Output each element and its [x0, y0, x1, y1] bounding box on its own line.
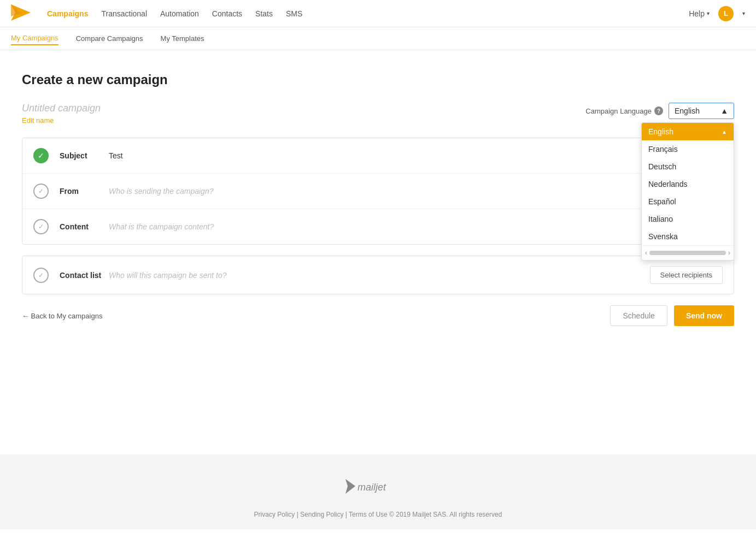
content-placeholder[interactable]: What is the campaign content?	[109, 222, 713, 231]
campaign-name-row: Untitled campaign Edit name Campaign Lan…	[22, 103, 734, 125]
send-now-button[interactable]: Send now	[674, 305, 734, 326]
sub-nav-compare-campaigns[interactable]: Compare Campaigns	[76, 32, 143, 45]
campaign-details-card: ✓ Subject Test ✓ From Who is sending the…	[22, 138, 734, 245]
sub-nav-my-campaigns[interactable]: My Campaigns	[11, 32, 58, 45]
svg-marker-2	[345, 479, 355, 494]
privacy-policy-link[interactable]: Privacy Policy	[254, 511, 295, 518]
content-check-icon: ✓	[33, 219, 51, 234]
bottom-actions: ← Back to My campaigns Schedule Send now	[22, 305, 734, 326]
content-label: Content	[60, 222, 109, 231]
from-check-icon: ✓	[33, 184, 51, 199]
scroll-right-icon[interactable]: ›	[728, 249, 730, 257]
lang-option-nederlands[interactable]: Nederlands	[642, 175, 734, 193]
scroll-left-icon[interactable]: ‹	[645, 249, 647, 257]
footer-links: Privacy Policy | Sending Policy | Terms …	[11, 511, 745, 518]
sub-navigation: My Campaigns Compare Campaigns My Templa…	[0, 27, 756, 50]
from-placeholder[interactable]: Who is sending the campaign?	[109, 187, 718, 196]
language-dropdown-container: English ▲ English ▲ Français Deutsch Ned…	[669, 103, 734, 119]
page-footer: mailjet Privacy Policy | Sending Policy …	[0, 454, 756, 529]
top-navigation: Campaigns Transactional Automation Conta…	[0, 0, 756, 27]
language-select-button[interactable]: English ▲	[669, 103, 734, 119]
scrollbar-thumb	[649, 251, 726, 255]
help-caret-icon: ▾	[707, 10, 710, 16]
lang-option-svenska[interactable]: Svenska	[642, 228, 734, 245]
nav-transactional[interactable]: Transactional	[101, 7, 147, 20]
nav-sms[interactable]: SMS	[286, 7, 302, 20]
action-buttons: Schedule Send now	[610, 305, 734, 326]
dropdown-caret-icon: ▲	[722, 129, 727, 135]
subject-check-icon: ✓	[33, 148, 51, 163]
schedule-button[interactable]: Schedule	[610, 305, 667, 326]
nav-stats[interactable]: Stats	[255, 7, 273, 20]
sub-nav-my-templates[interactable]: My Templates	[161, 32, 204, 45]
logo[interactable]	[11, 4, 31, 22]
campaign-name-left: Untitled campaign Edit name	[22, 103, 101, 125]
select-recipients-button[interactable]: Select recipients	[650, 266, 723, 284]
nav-links: Campaigns Transactional Automation Conta…	[47, 7, 689, 20]
svg-text:mailjet: mailjet	[358, 482, 386, 493]
language-dropdown: English ▲ Français Deutsch Nederlands Es…	[641, 122, 734, 261]
lang-option-italiano[interactable]: Italiano	[642, 210, 734, 228]
user-caret-icon[interactable]: ▾	[742, 10, 745, 16]
content-row: ✓ Content What is the campaign content? …	[22, 209, 734, 244]
from-label: From	[60, 187, 109, 196]
contact-row: ✓ Contact list Who will this campaign be…	[22, 256, 734, 294]
page-title: Create a new campaign	[22, 72, 734, 87]
subject-row: ✓ Subject Test	[22, 138, 734, 174]
campaign-name-placeholder: Untitled campaign	[22, 103, 101, 114]
campaign-language-section: Campaign Language ? English ▲ English ▲ …	[585, 103, 734, 119]
language-info-icon[interactable]: ?	[654, 107, 663, 115]
lang-option-deutsch[interactable]: Deutsch	[642, 158, 734, 175]
language-dropdown-header: English ▲	[642, 123, 734, 140]
help-button[interactable]: Help ▾	[689, 9, 710, 18]
language-list: Français Deutsch Nederlands Español Ital…	[642, 140, 734, 245]
nav-right: Help ▾ L ▾	[689, 6, 745, 21]
contact-list-placeholder: Who will this campaign be sent to?	[109, 271, 650, 280]
main-content: Create a new campaign Untitled campaign …	[0, 50, 756, 433]
contact-list-label: Contact list	[60, 271, 109, 280]
caret-up-icon: ▲	[720, 107, 728, 115]
subject-value[interactable]: Test	[109, 151, 123, 160]
user-avatar[interactable]: L	[718, 6, 734, 21]
nav-automation[interactable]: Automation	[160, 7, 199, 20]
terms-of-use-link[interactable]: Terms of Use	[349, 511, 388, 518]
sending-policy-link[interactable]: Sending Policy	[300, 511, 343, 518]
footer-logo: mailjet	[11, 476, 745, 500]
subject-label: Subject	[60, 151, 109, 160]
copyright-text: © 2019 Mailjet SAS. All rights reserved	[389, 511, 502, 518]
edit-name-link[interactable]: Edit name	[22, 116, 101, 125]
lang-option-espanol[interactable]: Español	[642, 193, 734, 210]
nav-campaigns[interactable]: Campaigns	[47, 7, 88, 20]
contact-check-icon: ✓	[33, 268, 51, 283]
lang-option-francais[interactable]: Français	[642, 140, 734, 158]
campaign-language-label: Campaign Language ?	[585, 107, 663, 115]
dropdown-scroll-bar: ‹ ›	[642, 245, 734, 260]
from-row: ✓ From Who is sending the campaign? A	[22, 174, 734, 209]
contact-list-card: ✓ Contact list Who will this campaign be…	[22, 256, 734, 294]
back-to-campaigns-link[interactable]: ← Back to My campaigns	[22, 312, 102, 320]
nav-contacts[interactable]: Contacts	[212, 7, 242, 20]
